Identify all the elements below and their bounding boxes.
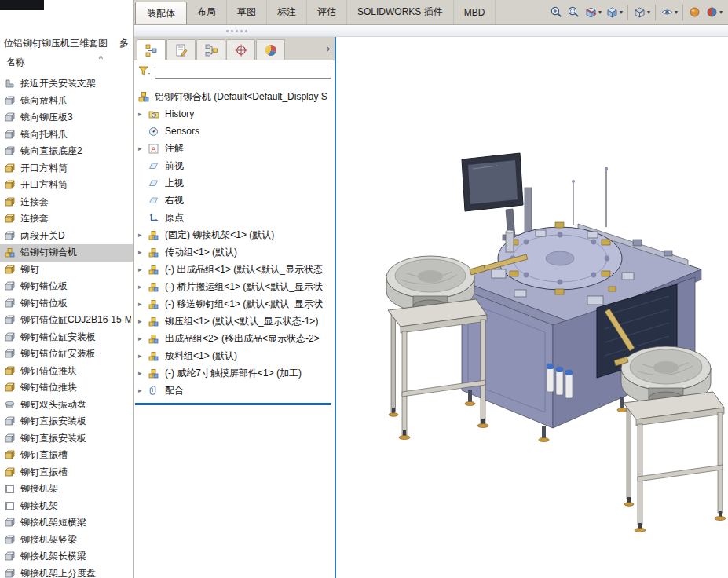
ribbon-tab[interactable]: SOLIDWORKS 插件 (347, 0, 454, 24)
parts-list-item[interactable]: 开口方料筒 (0, 160, 133, 177)
parts-list-item[interactable]: 铆接机架 (0, 481, 133, 498)
feature-tree-item[interactable]: 铝铆钉铆合机 (Default<Default_Display S (138, 88, 335, 105)
expand-arrow-icon[interactable]: ▸ (138, 317, 148, 325)
feature-tree-item[interactable]: ▸History (138, 105, 335, 123)
feature-tree-item[interactable]: ▸(-) 桥片搬运组<1> (默认<默认_显示状 (138, 278, 335, 295)
parts-list-item[interactable]: 铆钉错位推块 (0, 379, 133, 397)
parts-list-item[interactable]: 铆钉直振槽 (0, 464, 133, 481)
dimxpertmanager-tab[interactable] (226, 39, 255, 60)
ribbon-tab[interactable]: MBD (454, 0, 496, 24)
parts-list-item[interactable]: 铆接机架长横梁 (0, 548, 133, 565)
ribbon-tab[interactable]: 装配体 (135, 2, 187, 24)
parts-list-item[interactable]: 铆钉错位缸CDJ2B16-15-M (0, 312, 133, 329)
filter-funnel-icon[interactable] (137, 65, 152, 78)
ribbon-tab[interactable]: 草图 (227, 0, 267, 24)
expand-arrow-icon[interactable]: ▸ (138, 300, 148, 308)
parts-list-item[interactable]: 铆钉错位缸安装板 (0, 346, 133, 363)
view-orientation-button[interactable]: ▾ (604, 5, 624, 20)
feature-tree-item[interactable]: ▸配合 (138, 382, 335, 399)
collapse-caret-icon[interactable]: ^ (99, 54, 103, 64)
propertymanager-tab[interactable] (166, 39, 196, 60)
feature-tree-item[interactable]: ▸(-) 移送铆钉组<1> (默认<默认_显示状 (138, 295, 335, 313)
parts-list-item[interactable]: 连接套 (0, 210, 133, 228)
featuremanager-tab[interactable] (137, 39, 166, 60)
dropdown-caret-icon[interactable]: ▾ (598, 9, 602, 16)
ribbon-tab[interactable]: 布局 (187, 0, 227, 24)
bracket-icon (5, 79, 16, 90)
feature-tree-item[interactable]: ▸A注解 (138, 140, 335, 157)
parts-list-item[interactable]: 铆钉错位缸安装板 (0, 329, 133, 346)
feature-tree-item[interactable]: ▸铆压组<1> (默认<默认_显示状态-1>) (138, 313, 335, 330)
parts-list-item[interactable]: 铆钉 (0, 262, 133, 279)
expand-arrow-icon[interactable]: ▸ (138, 335, 148, 342)
expand-arrow-icon[interactable]: ▸ (138, 248, 148, 256)
feature-tree-item[interactable]: ▸放料组<1> (默认) (138, 347, 335, 364)
parts-list-item[interactable]: 镜向直振底座2 (0, 143, 133, 160)
graphics-area[interactable] (338, 37, 728, 578)
parts-list-item[interactable]: 铆接机架竖梁 (0, 532, 133, 549)
parts-list-item[interactable]: 铝铆钉铆合机 (0, 244, 133, 262)
ribbon-tab[interactable]: 标注 (267, 0, 307, 24)
expand-arrow-icon[interactable]: ▸ (138, 110, 148, 118)
explorer-more-label[interactable]: 多 (119, 37, 129, 50)
display-style-button[interactable]: ▾ (631, 5, 652, 20)
feature-tree-item[interactable]: ▸传动组<1> (默认) (138, 243, 335, 261)
parts-list-item[interactable]: 铆钉直振槽 (0, 447, 133, 464)
expand-arrow-icon[interactable]: ▸ (138, 369, 148, 377)
feature-tree-item[interactable]: ▸出成品组<2> (移出成品<显示状态-2> (138, 330, 335, 347)
panel-drag-grip[interactable] (226, 30, 247, 32)
feature-tree-item[interactable]: 前视 (138, 157, 335, 174)
dropdown-caret-icon[interactable]: ▾ (647, 9, 650, 16)
parts-list-item[interactable]: 铆钉直振安装板 (0, 413, 133, 430)
zoom-area-button[interactable] (565, 5, 582, 20)
section-view-button[interactable]: ▾ (583, 5, 603, 20)
ribbon-tab[interactable]: 评估 (307, 0, 347, 24)
parts-list-item[interactable]: 铆钉双头振动盘 (0, 397, 133, 414)
dropdown-caret-icon[interactable]: ▾ (675, 9, 678, 16)
zoom-in-button[interactable] (548, 5, 565, 20)
view-orientation-icon (605, 5, 619, 19)
rollback-bar[interactable] (135, 403, 331, 405)
expand-arrow-icon[interactable]: ▸ (138, 283, 148, 291)
configurationmanager-tab[interactable] (196, 39, 225, 60)
parts-list-item[interactable]: 铆接机架 (0, 498, 133, 515)
feature-tree-item[interactable]: 原点 (138, 209, 335, 226)
feature-tree: 铝铆钉铆合机 (Default<Default_Display S▸Histor… (134, 82, 335, 399)
feature-tree-item[interactable]: Sensors (138, 123, 335, 140)
feature-tree-item[interactable]: 右视 (138, 192, 335, 209)
feature-filter-input[interactable] (155, 64, 331, 79)
parts-list-item[interactable]: 铆接机架短横梁 (0, 514, 133, 532)
feature-tree-item[interactable]: 上视 (138, 174, 335, 192)
parts-list-item[interactable]: 接近开关安装支架 (0, 75, 133, 93)
asm-icon (148, 264, 162, 276)
parts-list-item[interactable]: 铆钉直振安装板 (0, 430, 133, 448)
expand-arrow-icon[interactable]: ▸ (138, 265, 148, 273)
name-column-header[interactable]: 名称 ^ (0, 52, 133, 72)
panel-flyout-chevron-icon[interactable]: › (327, 42, 330, 54)
parts-list-item[interactable]: 铆接机架上分度盘 (0, 565, 133, 578)
parts-list-item[interactable]: 铆钉错位推块 (0, 363, 133, 380)
expand-arrow-icon[interactable]: ▸ (138, 144, 148, 152)
parts-list-item[interactable]: 连接套 (0, 194, 133, 211)
dropdown-caret-icon[interactable]: ▾ (719, 9, 723, 16)
parts-list-item[interactable]: 两段开关D (0, 228, 133, 245)
parts-list-item[interactable]: 铆钉错位板 (0, 278, 133, 295)
appearance-button[interactable] (686, 5, 703, 20)
dropdown-caret-icon[interactable]: ▾ (620, 9, 623, 16)
hide-show-button[interactable]: ▾ (659, 5, 679, 20)
parts-list-item[interactable]: 镜向托料爪 (0, 126, 133, 144)
feature-tree-item[interactable]: ▸(-) 出成品组<1> (默认<默认_显示状态 (138, 261, 335, 278)
explorer-title-row: 位铝铆钉铆压机三维套图 多 (0, 35, 133, 52)
render-ball-button[interactable]: ▾ (704, 5, 724, 20)
parts-list-item[interactable]: 开口方料筒 (0, 177, 133, 194)
displaymanager-tab[interactable] (256, 39, 285, 60)
parts-list-item[interactable]: 镜向放料爪 (0, 93, 133, 110)
expand-arrow-icon[interactable]: ▸ (138, 231, 148, 239)
part-name-label: 铆钉错位板 (20, 297, 68, 310)
parts-list-item[interactable]: 镜向铆压板3 (0, 109, 133, 126)
feature-tree-item[interactable]: ▸(固定) 铆接机架<1> (默认) (138, 226, 335, 243)
expand-arrow-icon[interactable]: ▸ (138, 352, 148, 360)
parts-list-item[interactable]: 铆钉错位板 (0, 295, 133, 313)
expand-arrow-icon[interactable]: ▸ (138, 386, 148, 394)
feature-tree-item[interactable]: ▸(-) 威纶7寸触摸屏部件<1> (加工) (138, 364, 335, 382)
